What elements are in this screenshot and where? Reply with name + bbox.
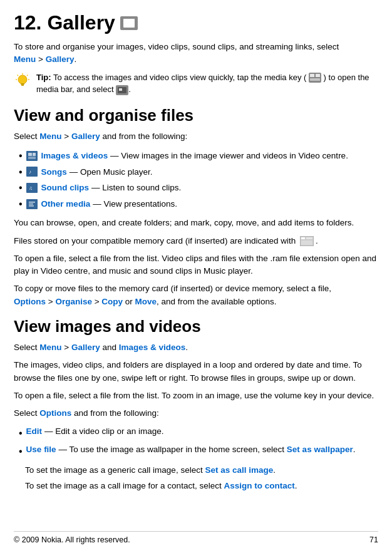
svg-line-11 [27,75,28,76]
svg-rect-5 [125,26,133,28]
list-item-songs: ♪ Songs — Open Music player. [19,164,378,180]
other-media-icon [26,199,38,209]
move-link-s1[interactable]: Move [135,297,157,306]
intro-paragraph: To store and organise your images, video… [14,41,378,66]
list-item-images-videos: Images & videos — View images in the ima… [19,148,378,164]
gallery-link-s1[interactable]: Gallery [71,132,100,141]
organise-link-s1[interactable]: Organise [55,297,92,306]
svg-rect-2 [125,21,128,24]
s2-list-item-use-file: Use file — To use the image as wallpaper… [19,443,378,460]
songs-icon: ♪ [26,167,38,177]
section1-list: Images & videos — View images in the ima… [19,148,378,212]
s2-para2: To open a file, select a file from the l… [14,390,378,402]
options-link-s2[interactable]: Options [39,408,71,418]
svg-rect-20 [119,88,122,91]
menu-link-intro[interactable]: Menu [14,54,36,64]
assign-to-contact-link[interactable]: Assign to contact [224,481,294,490]
svg-rect-36 [301,240,312,245]
gallery-header-icon [120,16,138,30]
svg-rect-23 [33,153,36,156]
menu-link-s1[interactable]: Menu [39,132,61,141]
svg-rect-35 [306,237,312,239]
svg-text:♫: ♫ [29,185,33,191]
svg-rect-0 [123,19,135,28]
svg-rect-22 [28,153,32,156]
svg-rect-31 [29,204,33,205]
tip-box: Tip: To access the images and video clip… [14,71,378,96]
svg-rect-34 [301,237,305,239]
s2-para1: The images, video clips, and folders are… [14,359,378,385]
gallery-link-intro[interactable]: Gallery [46,54,75,64]
page-footer: © 2009 Nokia. All rights reserved. 71 [14,531,378,544]
section2-list: Edit — Edit a video clip or an image. Us… [19,425,378,459]
set-as-wallpaper-link[interactable]: Set as wallpaper [287,445,353,454]
s2-use-file-label: Use file — To use the image as wallpaper… [26,443,356,457]
s1-para3: To open a file, select a file from the l… [14,252,378,278]
images-videos-icon [26,151,38,161]
options-link-s1[interactable]: Options [14,297,46,306]
svg-rect-32 [29,205,34,207]
images-videos-label: Images & videos — View images in the ima… [41,149,348,163]
s2-edit-label: Edit — Edit a video clip or an image. [26,425,164,438]
sound-clips-label: Sound clips — Listen to sound clips. [41,181,182,195]
tip-text: Tip: To access the images and video clip… [36,71,378,96]
s1-para2: Files stored on your compatible memory c… [14,235,378,247]
list-item-other-media: Other media — View presentations. [19,196,378,212]
svg-rect-8 [21,85,24,86]
svg-line-10 [18,75,19,76]
s1-para1: You can browse, open, and create folders… [14,217,378,229]
svg-text:♪: ♪ [29,169,31,175]
svg-rect-17 [310,78,320,81]
s1-para4: To copy or move files to the memory card… [14,282,378,308]
images-videos-link-s2[interactable]: Images & videos [119,343,186,352]
svg-rect-16 [316,74,320,77]
svg-rect-7 [21,83,24,85]
svg-rect-3 [130,21,133,22]
section2-intro: Select Menu > Gallery and Images & video… [14,341,378,354]
s2-list-item-edit: Edit — Edit a video clip or an image. [19,425,378,442]
songs-label: Songs — Open Music player. [41,165,153,179]
section1-intro: Select Menu > Gallery and from the follo… [14,130,378,143]
svg-rect-24 [28,157,36,159]
copy-link-s1[interactable]: Copy [101,297,123,306]
page-header: 12. Gallery [14,11,378,34]
svg-rect-15 [310,74,314,77]
svg-rect-4 [130,23,132,24]
footer-page-number: 71 [369,535,378,544]
s2-options-intro: Select Options and from the following: [14,407,378,420]
set-as-call-image-link[interactable]: Set as call image [205,465,273,475]
indent-set-call-image: To set the image as a generic call image… [25,464,378,477]
section1-title: View and organise files [14,106,378,125]
footer-copyright: © 2009 Nokia. All rights reserved. [14,535,130,544]
section2-title: View images and videos [14,317,378,336]
indent-assign-to-contact: To set the image as a call image for a c… [25,480,378,492]
page-title: 12. Gallery [14,11,115,34]
menu-link-s2[interactable]: Menu [39,343,61,352]
gallery-link-s2[interactable]: Gallery [71,343,100,352]
sound-clips-icon: ♫ [26,183,38,193]
svg-rect-30 [29,202,35,203]
svg-point-6 [18,75,27,84]
lightbulb-icon [14,73,31,92]
other-media-label: Other media — View presentations. [41,197,177,211]
list-item-sound-clips: ♫ Sound clips — Listen to sound clips. [19,180,378,196]
